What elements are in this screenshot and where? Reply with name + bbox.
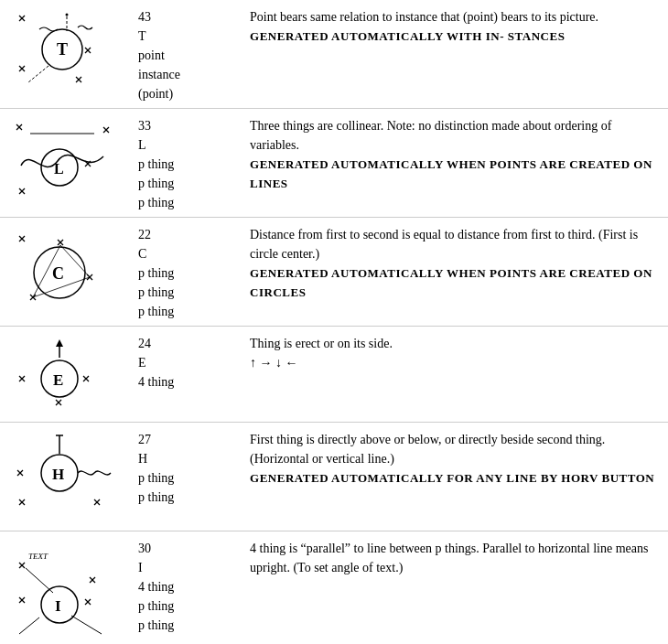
code-args-l: p thing p thing p thing (138, 155, 237, 212)
code-num-e: 24 (138, 334, 237, 353)
code-args-c: p thing p thing p thing (138, 263, 237, 321)
icon-l: L (0, 116, 133, 215)
code-letter-i: I (138, 558, 237, 577)
svg-text:C: C (52, 264, 64, 283)
code-letter-l: L (138, 135, 237, 155)
desc-generated-l: GENERATED AUTOMATICALLY WHEN POINTS ARE … (250, 157, 652, 190)
svg-line-70 (19, 617, 39, 634)
desc-main-c: Distance from first to second is equal t… (250, 228, 638, 261)
code-letter-c: C (138, 244, 237, 263)
desc-main-l: Three things are collinear. Note: no dis… (250, 119, 611, 152)
main-page: T 43 T point instance (point) (0, 0, 668, 644)
table-row: E 24 E 4 thing Thing is erect or on its … (0, 327, 668, 423)
svg-point-2 (65, 14, 68, 16)
desc-generated-h: GENERATED AUTOMATICALLY FOR ANY LINE BY … (250, 471, 654, 485)
svg-text:L: L (54, 161, 64, 177)
code-letter-h: H (138, 449, 237, 468)
desc-main-e: Thing is erect or on its side. (250, 337, 393, 350)
code-e: 24 E 4 thing (133, 334, 242, 392)
icon-e: E (0, 334, 133, 419)
code-t: 43 T point instance (point) (133, 7, 242, 103)
desc-l: Three things are collinear. Note: no dis… (242, 116, 668, 193)
code-letter-t: T (138, 27, 237, 46)
desc-c: Distance from first to second is equal t… (242, 225, 668, 302)
icon-t: T (0, 7, 133, 106)
svg-text:TEXT: TEXT (28, 552, 48, 561)
code-num-h: 27 (138, 430, 237, 449)
desc-arrows-e: ↑ → ↓ ← (250, 356, 298, 370)
code-i: 30 I 4 thing p thing p thing (133, 539, 242, 635)
code-num-i: 30 (138, 539, 237, 558)
code-c: 22 C p thing p thing p thing (133, 225, 242, 321)
desc-main-h: First thing is directly above or below, … (250, 433, 605, 466)
code-num-t: 43 (138, 7, 237, 27)
code-num-c: 22 (138, 225, 237, 244)
desc-t: Point bears same relation to instance th… (242, 7, 668, 46)
svg-text:I: I (55, 597, 61, 615)
desc-e: Thing is erect or on its side. ↑ → ↓ ← (242, 334, 668, 372)
svg-text:T: T (57, 40, 68, 59)
desc-h: First thing is directly above or below, … (242, 430, 668, 488)
svg-line-69 (71, 616, 102, 634)
code-h: 27 H p thing p thing (133, 430, 242, 507)
desc-main-t: Point bears same relation to instance th… (250, 10, 598, 24)
desc-generated-c: GENERATED AUTOMATICALLY WHEN POINTS ARE … (250, 266, 652, 299)
table-row: C 22 C p thi (0, 218, 668, 327)
table-row: H 27 H p thing p thing First thing is di… (0, 423, 668, 531)
table-row: TEXT I (0, 531, 668, 644)
svg-line-33 (60, 245, 90, 277)
code-args-e: 4 thing (138, 372, 237, 392)
svg-line-10 (28, 66, 48, 82)
svg-text:H: H (52, 466, 64, 483)
code-num-l: 33 (138, 116, 237, 135)
desc-generated-t: GENERATED AUTOMATICALLY WITH IN- STANCES (250, 29, 565, 43)
svg-text:E: E (53, 371, 63, 389)
icon-h: H (0, 430, 133, 529)
table-row: T 43 T point instance (point) (0, 0, 668, 109)
code-args-t: point instance (point) (138, 46, 237, 103)
code-args-h: p thing p thing (138, 468, 237, 507)
icon-i: TEXT I (0, 539, 133, 642)
desc-main-i: 4 thing is “parallel” to line between p … (250, 542, 648, 574)
code-letter-e: E (138, 353, 237, 372)
code-l: 33 L p thing p thing p thing (133, 116, 242, 212)
code-args-i: 4 thing p thing p thing (138, 577, 237, 635)
desc-i: 4 thing is “parallel” to line between p … (242, 539, 668, 577)
svg-marker-38 (56, 339, 63, 347)
icon-c: C (0, 225, 133, 324)
table-row: L 33 L p thing p thing p thing Three thi… (0, 109, 668, 218)
